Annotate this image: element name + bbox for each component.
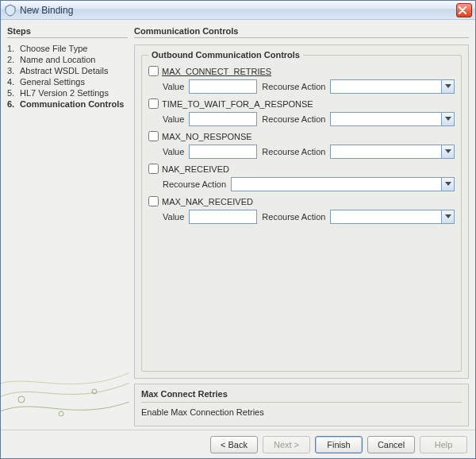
step-6: 6.Communication Controls [7, 98, 128, 110]
step-2: 2.Name and Location [7, 54, 128, 65]
chevron-down-icon [441, 80, 454, 93]
help-panel: Max Connect Retries Enable Max Connectio… [134, 384, 469, 426]
chevron-down-icon [441, 178, 454, 191]
option-max-nak-received: MAX_NAK_RECEIVED Value Recourse Action [148, 196, 455, 224]
finish-button[interactable]: Finish [315, 436, 363, 453]
option-nak-received: NAK_RECEIVED Recourse Action [148, 164, 455, 191]
nak-received-label[interactable]: NAK_RECEIVED [162, 164, 229, 174]
window-title: New Binding [20, 5, 73, 16]
steps-title: Steps [7, 25, 128, 38]
panel-title: Communication Controls [134, 25, 469, 38]
help-text: Enable Max Connection Retries [141, 407, 462, 417]
recourse-label: Recourse Action [262, 114, 325, 124]
option-time-to-wait: TIME_TO_WAIT_FOR_A_RESPONSE Value Recour… [148, 98, 455, 126]
next-button: Next > [263, 436, 310, 453]
option-max-connect-retries: MAX_CONNECT_RETRIES Value Recourse Actio… [148, 66, 455, 94]
wizard-footer: < Back Next > Finish Cancel Help [1, 430, 475, 458]
chevron-down-icon [441, 113, 454, 125]
recourse-label: Recourse Action [262, 212, 325, 222]
chevron-down-icon [441, 210, 454, 223]
max-no-response-label[interactable]: MAX_NO_RESPONSE [162, 132, 252, 141]
step-4: 4.General Settings [7, 76, 128, 87]
max-no-response-recourse[interactable] [330, 145, 455, 159]
recourse-label: Recourse Action [163, 179, 226, 189]
max-nak-received-checkbox[interactable] [148, 196, 159, 206]
close-icon [459, 6, 466, 14]
app-icon [4, 4, 17, 17]
step-1: 1.Choose File Type [7, 43, 128, 54]
back-button[interactable]: < Back [210, 436, 258, 453]
steps-list: 1.Choose File Type 2.Name and Location 3… [7, 43, 128, 110]
time-to-wait-checkbox[interactable] [148, 98, 159, 109]
step-5: 5.HL7 Version 2 Settings [7, 87, 128, 98]
nak-received-checkbox[interactable] [148, 164, 159, 174]
chevron-down-icon [441, 145, 454, 158]
max-nak-received-recourse[interactable] [330, 210, 455, 224]
max-connect-retries-value[interactable] [189, 79, 257, 94]
time-to-wait-label[interactable]: TIME_TO_WAIT_FOR_A_RESPONSE [162, 99, 313, 109]
recourse-label: Recourse Action [262, 82, 325, 91]
max-connect-retries-recourse[interactable] [330, 79, 455, 94]
close-button[interactable] [456, 3, 472, 17]
titlebar[interactable]: New Binding [1, 1, 475, 20]
value-label: Value [163, 212, 184, 222]
help-title: Max Connect Retries [141, 389, 462, 403]
group-legend: Outbound Communication Controls [148, 50, 303, 60]
nak-received-recourse[interactable] [231, 177, 455, 191]
max-connect-retries-checkbox[interactable] [148, 66, 159, 76]
option-max-no-response: MAX_NO_RESPONSE Value Recourse Action [148, 131, 455, 159]
wizard-body: Steps 1.Choose File Type 2.Name and Loca… [1, 20, 475, 430]
main-panel: Outbound Communication Controls MAX_CONN… [134, 44, 469, 379]
max-no-response-value[interactable] [189, 145, 257, 159]
step-3: 3.Abstract WSDL Details [7, 65, 128, 76]
svg-point-2 [92, 389, 97, 394]
time-to-wait-value[interactable] [189, 112, 257, 126]
time-to-wait-recourse[interactable] [330, 112, 455, 126]
svg-point-0 [18, 396, 25, 403]
svg-point-1 [59, 411, 63, 416]
recourse-label: Recourse Action [262, 147, 325, 156]
max-connect-retries-label[interactable]: MAX_CONNECT_RETRIES [162, 67, 271, 76]
max-nak-received-value[interactable] [189, 210, 257, 224]
steps-panel: Steps 1.Choose File Type 2.Name and Loca… [7, 25, 128, 426]
cancel-button[interactable]: Cancel [367, 436, 415, 453]
right-column: Communication Controls Outbound Communic… [134, 25, 469, 426]
value-label: Value [163, 147, 184, 156]
value-label: Value [163, 82, 184, 91]
value-label: Value [163, 114, 184, 124]
outbound-group: Outbound Communication Controls MAX_CONN… [141, 50, 462, 372]
wizard-window: New Binding Steps 1.Choose File Type 2.N… [0, 0, 476, 459]
help-button: Help [420, 436, 467, 453]
max-no-response-checkbox[interactable] [148, 131, 159, 141]
steps-decoration [1, 345, 129, 430]
max-nak-received-label[interactable]: MAX_NAK_RECEIVED [162, 197, 253, 206]
